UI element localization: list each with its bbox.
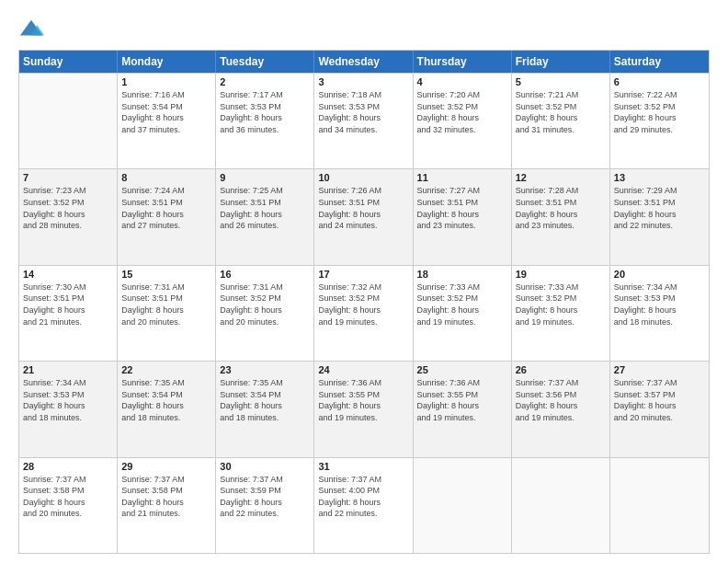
day-cell-3: 3Sunrise: 7:18 AM Sunset: 3:53 PM Daylig…	[314, 74, 413, 168]
day-number: 24	[318, 364, 408, 375]
day-info: Sunrise: 7:37 AM Sunset: 3:56 PM Dayligh…	[516, 377, 606, 423]
day-cell-22: 22Sunrise: 7:35 AM Sunset: 3:54 PM Dayli…	[118, 362, 216, 456]
day-number: 10	[318, 172, 408, 183]
day-info: Sunrise: 7:31 AM Sunset: 3:51 PM Dayligh…	[121, 282, 211, 327]
day-cell-30: 30Sunrise: 7:37 AM Sunset: 3:59 PM Dayli…	[216, 458, 314, 553]
day-info: Sunrise: 7:37 AM Sunset: 3:59 PM Dayligh…	[220, 474, 310, 520]
day-cell-empty-4-5	[512, 458, 610, 553]
day-info: Sunrise: 7:37 AM Sunset: 3:57 PM Dayligh…	[614, 377, 705, 423]
day-cell-16: 16Sunrise: 7:31 AM Sunset: 3:52 PM Dayli…	[216, 266, 314, 361]
day-cell-6: 6Sunrise: 7:22 AM Sunset: 3:52 PM Daylig…	[610, 74, 709, 168]
day-number: 6	[614, 76, 705, 87]
day-cell-26: 26Sunrise: 7:37 AM Sunset: 3:56 PM Dayli…	[512, 362, 610, 456]
day-cell-empty-0-0	[19, 74, 118, 168]
header-cell-thursday: Thursday	[414, 51, 512, 73]
day-info: Sunrise: 7:37 AM Sunset: 3:58 PM Dayligh…	[121, 474, 211, 520]
day-info: Sunrise: 7:20 AM Sunset: 3:52 PM Dayligh…	[417, 89, 507, 135]
header-cell-friday: Friday	[512, 51, 610, 73]
day-number: 9	[220, 172, 310, 183]
day-info: Sunrise: 7:32 AM Sunset: 3:52 PM Dayligh…	[318, 282, 408, 327]
logo	[18, 17, 48, 42]
day-cell-21: 21Sunrise: 7:34 AM Sunset: 3:53 PM Dayli…	[19, 362, 118, 456]
day-info: Sunrise: 7:25 AM Sunset: 3:51 PM Dayligh…	[220, 185, 310, 231]
day-cell-17: 17Sunrise: 7:32 AM Sunset: 3:52 PM Dayli…	[314, 266, 413, 361]
day-cell-1: 1Sunrise: 7:16 AM Sunset: 3:54 PM Daylig…	[118, 74, 216, 168]
logo-icon	[18, 17, 44, 42]
day-number: 4	[417, 76, 507, 87]
day-info: Sunrise: 7:27 AM Sunset: 3:51 PM Dayligh…	[417, 185, 507, 231]
day-info: Sunrise: 7:16 AM Sunset: 3:54 PM Dayligh…	[121, 89, 211, 135]
day-info: Sunrise: 7:36 AM Sunset: 3:55 PM Dayligh…	[417, 377, 507, 423]
day-number: 28	[23, 461, 113, 472]
day-info: Sunrise: 7:35 AM Sunset: 3:54 PM Dayligh…	[121, 377, 211, 423]
day-cell-20: 20Sunrise: 7:34 AM Sunset: 3:53 PM Dayli…	[610, 266, 709, 361]
day-cell-15: 15Sunrise: 7:31 AM Sunset: 3:51 PM Dayli…	[118, 266, 216, 361]
day-number: 18	[417, 269, 507, 280]
day-cell-23: 23Sunrise: 7:35 AM Sunset: 3:54 PM Dayli…	[216, 362, 314, 456]
day-cell-8: 8Sunrise: 7:24 AM Sunset: 3:51 PM Daylig…	[118, 169, 216, 264]
calendar-week-5: 28Sunrise: 7:37 AM Sunset: 3:58 PM Dayli…	[19, 457, 709, 553]
day-number: 19	[516, 269, 606, 280]
header	[18, 17, 710, 42]
day-cell-29: 29Sunrise: 7:37 AM Sunset: 3:58 PM Dayli…	[118, 458, 216, 553]
day-info: Sunrise: 7:26 AM Sunset: 3:51 PM Dayligh…	[318, 185, 408, 231]
day-cell-10: 10Sunrise: 7:26 AM Sunset: 3:51 PM Dayli…	[314, 169, 413, 264]
day-cell-9: 9Sunrise: 7:25 AM Sunset: 3:51 PM Daylig…	[216, 169, 314, 264]
calendar-header-row: SundayMondayTuesdayWednesdayThursdayFrid…	[19, 51, 709, 73]
calendar-week-1: 1Sunrise: 7:16 AM Sunset: 3:54 PM Daylig…	[19, 73, 709, 168]
day-number: 8	[121, 172, 211, 183]
header-cell-saturday: Saturday	[610, 51, 709, 73]
day-number: 16	[220, 269, 310, 280]
day-number: 13	[614, 172, 705, 183]
calendar: SundayMondayTuesdayWednesdayThursdayFrid…	[18, 50, 710, 554]
day-number: 20	[614, 269, 705, 280]
day-info: Sunrise: 7:34 AM Sunset: 3:53 PM Dayligh…	[23, 377, 113, 423]
day-cell-24: 24Sunrise: 7:36 AM Sunset: 3:55 PM Dayli…	[314, 362, 413, 456]
day-cell-13: 13Sunrise: 7:29 AM Sunset: 3:51 PM Dayli…	[610, 169, 709, 264]
day-cell-5: 5Sunrise: 7:21 AM Sunset: 3:52 PM Daylig…	[512, 74, 610, 168]
header-cell-tuesday: Tuesday	[216, 51, 314, 73]
day-info: Sunrise: 7:37 AM Sunset: 4:00 PM Dayligh…	[318, 474, 408, 520]
calendar-week-2: 7Sunrise: 7:23 AM Sunset: 3:52 PM Daylig…	[19, 168, 709, 264]
day-cell-28: 28Sunrise: 7:37 AM Sunset: 3:58 PM Dayli…	[19, 458, 118, 553]
day-info: Sunrise: 7:18 AM Sunset: 3:53 PM Dayligh…	[318, 89, 408, 135]
day-cell-19: 19Sunrise: 7:33 AM Sunset: 3:52 PM Dayli…	[512, 266, 610, 361]
day-number: 25	[417, 364, 507, 375]
day-cell-18: 18Sunrise: 7:33 AM Sunset: 3:52 PM Dayli…	[414, 266, 512, 361]
day-info: Sunrise: 7:33 AM Sunset: 3:52 PM Dayligh…	[417, 282, 507, 327]
day-cell-14: 14Sunrise: 7:30 AM Sunset: 3:51 PM Dayli…	[19, 266, 118, 361]
day-cell-27: 27Sunrise: 7:37 AM Sunset: 3:57 PM Dayli…	[610, 362, 709, 456]
day-info: Sunrise: 7:28 AM Sunset: 3:51 PM Dayligh…	[516, 185, 606, 231]
day-number: 23	[220, 364, 310, 375]
day-info: Sunrise: 7:31 AM Sunset: 3:52 PM Dayligh…	[220, 282, 310, 327]
day-number: 27	[614, 364, 705, 375]
day-number: 7	[23, 172, 113, 183]
day-number: 22	[121, 364, 211, 375]
day-number: 15	[121, 269, 211, 280]
day-cell-7: 7Sunrise: 7:23 AM Sunset: 3:52 PM Daylig…	[19, 169, 118, 264]
day-info: Sunrise: 7:29 AM Sunset: 3:51 PM Dayligh…	[614, 185, 705, 231]
header-cell-sunday: Sunday	[19, 51, 118, 73]
header-cell-monday: Monday	[118, 51, 216, 73]
day-cell-empty-4-4	[414, 458, 512, 553]
calendar-body: 1Sunrise: 7:16 AM Sunset: 3:54 PM Daylig…	[19, 73, 709, 553]
calendar-week-3: 14Sunrise: 7:30 AM Sunset: 3:51 PM Dayli…	[19, 265, 709, 361]
day-number: 30	[220, 461, 310, 472]
day-number: 31	[318, 461, 408, 472]
day-number: 12	[516, 172, 606, 183]
day-number: 14	[23, 269, 113, 280]
day-number: 17	[318, 269, 408, 280]
day-info: Sunrise: 7:23 AM Sunset: 3:52 PM Dayligh…	[23, 185, 113, 231]
day-number: 1	[121, 76, 211, 87]
day-info: Sunrise: 7:35 AM Sunset: 3:54 PM Dayligh…	[220, 377, 310, 423]
day-number: 2	[220, 76, 310, 87]
day-cell-11: 11Sunrise: 7:27 AM Sunset: 3:51 PM Dayli…	[414, 169, 512, 264]
day-info: Sunrise: 7:34 AM Sunset: 3:53 PM Dayligh…	[614, 282, 705, 327]
day-number: 5	[516, 76, 606, 87]
day-cell-31: 31Sunrise: 7:37 AM Sunset: 4:00 PM Dayli…	[314, 458, 413, 553]
day-cell-4: 4Sunrise: 7:20 AM Sunset: 3:52 PM Daylig…	[414, 74, 512, 168]
day-number: 26	[516, 364, 606, 375]
day-number: 3	[318, 76, 408, 87]
day-info: Sunrise: 7:22 AM Sunset: 3:52 PM Dayligh…	[614, 89, 705, 135]
day-info: Sunrise: 7:24 AM Sunset: 3:51 PM Dayligh…	[121, 185, 211, 231]
